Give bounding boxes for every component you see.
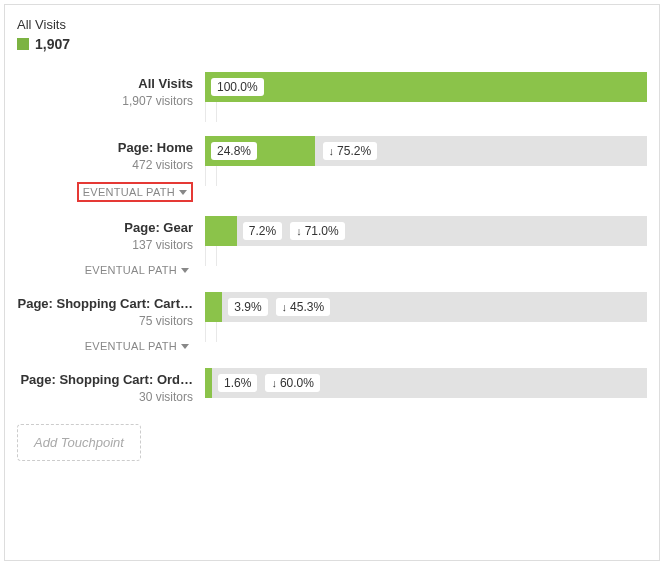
bar-track: 24.8%↓75.2% [205, 136, 647, 166]
pct-badge: 100.0% [211, 78, 264, 96]
row-left: Page: Shopping Cart: Ord…30 visitors [17, 368, 205, 404]
dropoff-badge: ↓60.0% [265, 374, 320, 392]
panel-title: All Visits [17, 17, 647, 32]
dropoff-badge: ↓71.0% [290, 222, 345, 240]
funnel-row: Page: Shopping Cart: Cart…75 visitorsEVE… [17, 292, 647, 354]
eventual-path-dropdown[interactable]: EVENTUAL PATH [81, 338, 193, 354]
bar-fill: 100.0% [205, 72, 647, 102]
row-left: All Visits1,907 visitors [17, 72, 205, 108]
connector [205, 102, 217, 122]
legend-swatch [17, 38, 29, 50]
dropoff-badge: ↓45.3% [276, 298, 331, 316]
row-left: Page: Shopping Cart: Cart…75 visitorsEVE… [17, 292, 205, 354]
funnel-row: All Visits1,907 visitors100.0% [17, 72, 647, 122]
row-label: All Visits [17, 76, 193, 91]
row-left: Page: Gear137 visitorsEVENTUAL PATH [17, 216, 205, 278]
row-left: Page: Home472 visitorsEVENTUAL PATH [17, 136, 205, 202]
pct-badge: 7.2% [243, 222, 282, 240]
funnel-row: Page: Home472 visitorsEVENTUAL PATH24.8%… [17, 136, 647, 202]
dropoff-value: 75.2% [337, 144, 371, 158]
row-right: 100.0% [205, 72, 647, 122]
pct-badge: 3.9% [228, 298, 267, 316]
funnel-row: Page: Shopping Cart: Ord…30 visitors1.6%… [17, 368, 647, 404]
eventual-path-dropdown[interactable]: EVENTUAL PATH [81, 262, 193, 278]
row-visitors: 1,907 visitors [17, 94, 193, 108]
bar-track: 100.0% [205, 72, 647, 102]
row-right: 24.8%↓75.2% [205, 136, 647, 186]
row-label: Page: Gear [17, 220, 193, 235]
row-visitors: 472 visitors [17, 158, 193, 172]
arrow-down-icon: ↓ [282, 302, 288, 313]
bar-fill [205, 216, 237, 246]
connector [205, 246, 217, 266]
chevron-down-icon [181, 344, 189, 349]
total-count: 1,907 [35, 36, 70, 52]
eventual-path-label: EVENTUAL PATH [85, 340, 177, 352]
row-right: 1.6%↓60.0% [205, 368, 647, 398]
row-right: 7.2%↓71.0% [205, 216, 647, 266]
funnel-rows: All Visits1,907 visitors100.0%Page: Home… [17, 72, 647, 404]
dropoff-badge: ↓75.2% [323, 142, 378, 160]
row-visitors: 30 visitors [17, 390, 193, 404]
bar-track: 3.9%↓45.3% [205, 292, 647, 322]
row-label: Page: Shopping Cart: Ord… [17, 372, 193, 387]
pct-badge: 24.8% [211, 142, 257, 160]
row-right: 3.9%↓45.3% [205, 292, 647, 342]
eventual-path-label: EVENTUAL PATH [85, 264, 177, 276]
add-touchpoint-button[interactable]: Add Touchpoint [17, 424, 141, 461]
eventual-path-label: EVENTUAL PATH [83, 186, 175, 198]
arrow-down-icon: ↓ [271, 378, 277, 389]
bar-track: 7.2%↓71.0% [205, 216, 647, 246]
arrow-down-icon: ↓ [296, 226, 302, 237]
pct-badge: 1.6% [218, 374, 257, 392]
chevron-down-icon [181, 268, 189, 273]
row-label: Page: Shopping Cart: Cart… [17, 296, 193, 311]
dropoff-value: 60.0% [280, 376, 314, 390]
eventual-path-dropdown[interactable]: EVENTUAL PATH [77, 182, 193, 202]
connector [205, 166, 217, 186]
row-visitors: 75 visitors [17, 314, 193, 328]
arrow-down-icon: ↓ [329, 146, 335, 157]
row-visitors: 137 visitors [17, 238, 193, 252]
bar-fill: 24.8% [205, 136, 315, 166]
row-label: Page: Home [17, 140, 193, 155]
bar-fill [205, 292, 222, 322]
panel-summary: 1,907 [17, 36, 647, 52]
dropoff-value: 45.3% [290, 300, 324, 314]
dropoff-value: 71.0% [305, 224, 339, 238]
chevron-down-icon [179, 190, 187, 195]
bar-fill [205, 368, 212, 398]
connector [205, 322, 217, 342]
funnel-row: Page: Gear137 visitorsEVENTUAL PATH7.2%↓… [17, 216, 647, 278]
funnel-panel: All Visits 1,907 All Visits1,907 visitor… [4, 4, 660, 561]
bar-track: 1.6%↓60.0% [205, 368, 647, 398]
